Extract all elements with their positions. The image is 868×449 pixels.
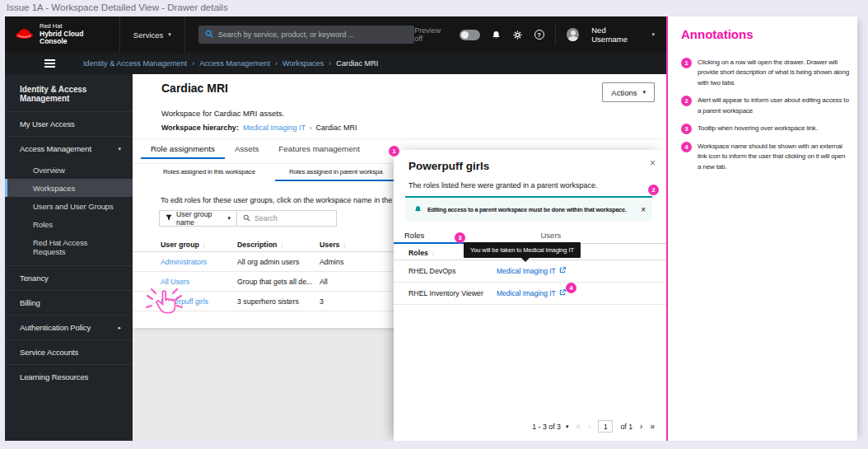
pagination-range-dropdown[interactable]: 1 - 3 of 3 ▾ bbox=[532, 423, 568, 431]
workspace-link[interactable]: Medical Imaging IT bbox=[497, 267, 566, 275]
role-subtabs: Roles assigned in this workspace Roles a… bbox=[155, 163, 399, 181]
user-avatar bbox=[567, 28, 579, 41]
sort-icon[interactable]: ↕ bbox=[343, 241, 346, 249]
group-users: All bbox=[320, 278, 377, 286]
notifications-bell-icon[interactable] bbox=[491, 29, 502, 40]
sort-icon[interactable]: ↕ bbox=[203, 241, 206, 249]
breadcrumb: Identity & Access Management › Access Ma… bbox=[83, 59, 378, 68]
table-search-input[interactable]: Search bbox=[237, 210, 337, 227]
settings-gear-icon[interactable] bbox=[512, 29, 523, 40]
breadcrumb-separator-icon: › bbox=[275, 59, 278, 68]
page-tabs: Role assignments Assets Features managem… bbox=[141, 139, 370, 159]
sort-icon[interactable]: ↕ bbox=[280, 241, 283, 249]
drawer-close-icon[interactable]: × bbox=[650, 157, 656, 169]
last-page-icon[interactable]: » bbox=[650, 422, 655, 431]
search-icon bbox=[205, 30, 213, 40]
chevron-down-icon: ▾ bbox=[119, 146, 121, 152]
drawer-tabs: Roles Users bbox=[394, 227, 666, 244]
breadcrumb-item[interactable]: Identity & Access Management bbox=[83, 59, 187, 68]
alert-close-icon[interactable]: × bbox=[641, 205, 646, 214]
breadcrumb-separator-icon: › bbox=[192, 59, 194, 68]
annotation-number: 2 bbox=[681, 96, 692, 106]
sidebar-item-service-accounts[interactable]: Service Accounts bbox=[5, 339, 133, 364]
sidebar-item-overview[interactable]: Overview bbox=[5, 161, 133, 179]
previous-page-icon[interactable]: ‹ bbox=[588, 422, 590, 431]
group-description: 3 superhero sisters bbox=[237, 297, 320, 306]
sidebar-item-users-and-user-groups[interactable]: Users and User Groups bbox=[5, 197, 133, 215]
sidebar-item-workspaces[interactable]: Workspaces bbox=[5, 179, 133, 197]
sidebar-section-title: Identity & Access Management bbox=[5, 74, 133, 111]
caret-down-icon[interactable]: ▾ bbox=[651, 31, 655, 38]
breadcrumb-item[interactable]: Workspaces bbox=[282, 59, 324, 68]
hierarchy-parent-link[interactable]: Medical Imaging IT bbox=[243, 124, 306, 132]
help-question-icon[interactable]: ? bbox=[534, 29, 544, 40]
drawer-tab-users[interactable]: Users bbox=[530, 227, 667, 244]
workspace-link-tooltip: You will be taken to Medical Imaging IT bbox=[464, 242, 581, 258]
sort-icon[interactable]: ↕ bbox=[432, 250, 435, 257]
hierarchy-current: Cardiac MRI bbox=[316, 124, 357, 132]
services-label: Services bbox=[133, 30, 163, 40]
workspace-link[interactable]: Medical Imaging IT bbox=[497, 289, 566, 297]
masthead-divider bbox=[555, 24, 556, 45]
group-description: All org admin users bbox=[237, 258, 320, 266]
masthead: Red Hat Hybrid Cloud Console Services ▾ … bbox=[5, 16, 666, 53]
col-users: Users bbox=[320, 241, 339, 249]
sidebar-item-authentication-policy[interactable]: Authentication Policy ▸ bbox=[5, 315, 133, 339]
page-number-input[interactable]: 1 bbox=[598, 420, 613, 433]
preview-toggle[interactable] bbox=[460, 30, 480, 40]
annotation-badge-2: 2 bbox=[648, 185, 659, 195]
sidebar-item-learning-resources[interactable]: Learning Resources bbox=[5, 364, 133, 389]
tab-features-management[interactable]: Features management bbox=[268, 139, 370, 159]
drawer-table-row[interactable]: RHEL Inventory Viewer Medical Imaging IT bbox=[394, 283, 666, 305]
sidebar-item-access-management[interactable]: Access Management ▾ bbox=[5, 136, 133, 161]
drawer-title: Powerpuff girls bbox=[408, 160, 489, 172]
drawer-pagination: 1 - 3 of 3 ▾ « ‹ 1 of 1 › » bbox=[532, 420, 655, 433]
annotation-item: 2 Alert will appear to inform user about… bbox=[681, 96, 849, 116]
breadcrumb-item[interactable]: Access Management bbox=[199, 59, 270, 68]
subtab-roles-this-workspace[interactable]: Roles assigned in this workspace bbox=[155, 163, 264, 181]
sidebar-item-red-hat-access-requests[interactable]: Red Hat Access Requests bbox=[5, 233, 133, 260]
sidebar-item-billing[interactable]: Billing bbox=[5, 290, 133, 315]
brand-line2: Hybrid Cloud Console bbox=[40, 30, 110, 47]
annotations-title: Annotations bbox=[681, 27, 754, 41]
filter-dropdown[interactable]: User group name ▾ bbox=[159, 210, 237, 227]
global-search-input[interactable]: Search by service, product, or keyword .… bbox=[198, 26, 415, 44]
col-roles: Roles bbox=[408, 249, 428, 257]
app-window: Red Hat Hybrid Cloud Console Services ▾ … bbox=[5, 16, 666, 441]
caret-down-icon: ▾ bbox=[168, 31, 171, 38]
first-page-icon[interactable]: « bbox=[576, 422, 581, 431]
sidebar-item-tenancy[interactable]: Tenancy bbox=[5, 265, 133, 290]
subtab-roles-parent-workspace[interactable]: Roles assigned in parent workspa bbox=[275, 163, 399, 181]
edit-roles-note: To edit roles for these user groups, cli… bbox=[161, 196, 409, 204]
annotation-item: 3 Tooltip when hovering over workspace l… bbox=[681, 124, 849, 134]
tab-assets[interactable]: Assets bbox=[225, 139, 268, 159]
col-user-group: User group bbox=[161, 241, 199, 249]
user-group-link[interactable]: Administrators bbox=[161, 258, 237, 266]
figma-frame-title: Issue 1A - Workspace Detailed View - Dra… bbox=[7, 2, 228, 12]
annotation-text: Tooltip when hovering over workspace lin… bbox=[698, 124, 818, 134]
annotations-list: 1 Clicking on a row will open the drawer… bbox=[681, 58, 849, 172]
brand-logo[interactable]: Red Hat Hybrid Cloud Console bbox=[5, 23, 119, 46]
annotation-number: 4 bbox=[681, 142, 692, 152]
annotation-number: 1 bbox=[681, 58, 692, 68]
chevron-right-icon: ▸ bbox=[119, 325, 121, 331]
next-page-icon[interactable]: › bbox=[640, 422, 642, 431]
figma-canvas: Issue 1A - Workspace Detailed View - Dra… bbox=[0, 0, 868, 449]
sidebar-item-my-user-access[interactable]: My User Access bbox=[5, 111, 133, 136]
external-link-icon bbox=[559, 289, 566, 297]
actions-button[interactable]: Actions ▾ bbox=[602, 82, 655, 102]
sidebar-item-roles[interactable]: Roles bbox=[5, 215, 133, 233]
caret-down-icon: ▾ bbox=[566, 423, 569, 430]
sidebar-nav: Identity & Access Management My User Acc… bbox=[5, 74, 133, 441]
preview-toggle-label: Preview off bbox=[414, 26, 449, 43]
total-pages-label: of 1 bbox=[620, 423, 632, 431]
drawer-description: The roles listed here were granted in a … bbox=[408, 181, 598, 189]
masthead-divider bbox=[184, 16, 185, 53]
services-menu-button[interactable]: Services ▾ bbox=[120, 16, 184, 53]
tab-role-assignments[interactable]: Role assignments bbox=[141, 139, 225, 159]
page-title: Cardiac MRI bbox=[161, 82, 228, 95]
breadcrumb-current: Cardiac MRI bbox=[336, 59, 378, 68]
nav-hamburger-icon[interactable] bbox=[44, 59, 55, 68]
group-description: Group that gets all de... bbox=[237, 278, 320, 286]
drawer-table-row[interactable]: RHEL DevOps Medical Imaging IT bbox=[394, 260, 666, 283]
